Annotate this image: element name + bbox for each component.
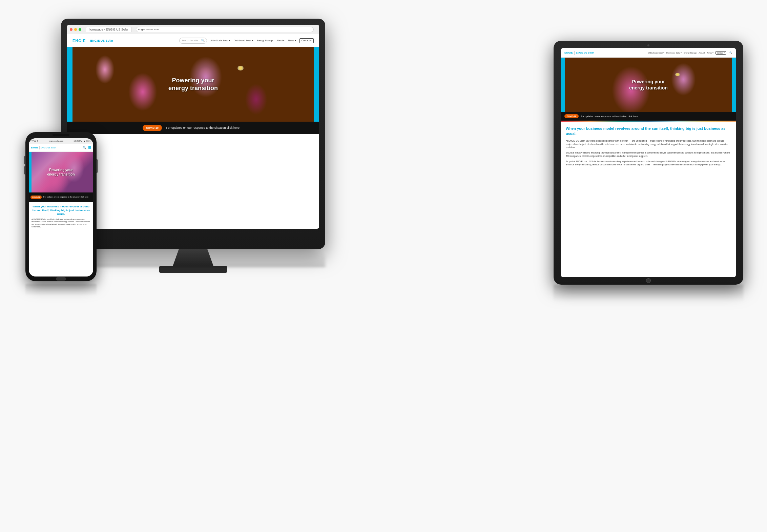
phone-covid-badge[interactable]: COVID-19	[30, 196, 42, 199]
hero-blue-bar-right	[314, 47, 319, 122]
tablet-nav-storage[interactable]: Energy Storage	[684, 52, 697, 54]
desktop-nav: Utility Scale Solar ▾ Distributed Solar …	[210, 38, 314, 43]
phone-side-button[interactable]	[96, 159, 98, 173]
phone-screen: TFW ▼ engieussolar.com 12:25 PM ▲ 83% EN…	[29, 138, 93, 277]
tablet-reflection	[554, 285, 743, 302]
tablet-covid-badge[interactable]: COVID-19	[564, 114, 579, 118]
hero-blue-bar-left	[67, 47, 72, 122]
nav-item-contact[interactable]: Contact ▾	[299, 38, 314, 43]
phone-frame: TFW ▼ engieussolar.com 12:25 PM ▲ 83% EN…	[25, 132, 97, 281]
monitor-reflection	[61, 251, 325, 267]
tablet-header: ENGiE ENGIE US Solar Utility Scale Solar…	[561, 48, 736, 58]
tablet-bee	[675, 73, 680, 76]
phone-battery: 83%	[86, 140, 90, 142]
nav-item-utility[interactable]: Utility Scale Solar ▾	[210, 39, 230, 42]
bee-decoration	[237, 66, 244, 70]
desktop-hero-text: Powering your energy transition	[168, 77, 218, 93]
tablet-logo-area: ENGiE ENGIE US Solar	[564, 51, 594, 55]
tablet-covid-message: For updates on our response to the situa…	[581, 115, 638, 118]
tablet-headline: When your business model revolves around…	[566, 126, 731, 137]
browser-chrome: homepage - ENGIE US Solar engieussolar.c…	[67, 25, 319, 34]
address-bar[interactable]: engieussolar.com	[136, 27, 314, 32]
search-icon: 🔍	[201, 39, 205, 42]
phone-hero: Powering your energy transition	[29, 152, 93, 192]
tablet-nav-news[interactable]: News ▾	[707, 52, 713, 54]
phone-logo-area: ENGiE ENGIE US Solar	[31, 146, 56, 149]
nav-item-news[interactable]: News ▾	[288, 39, 296, 42]
phone-covid-message: For updates on our response to the situa…	[43, 196, 88, 198]
phone-time: 12:25 PM	[74, 140, 82, 142]
phone-menu-icon[interactable]: ☰	[88, 146, 91, 149]
desktop-logo-area: ENGiE ENGIE US Solar	[72, 38, 113, 43]
desktop-hero: Powering your energy transition	[67, 47, 319, 122]
phone-headline: When your business model revolves around…	[32, 205, 90, 216]
nav-item-storage[interactable]: Energy Storage	[257, 39, 273, 42]
tablet-nav-about[interactable]: About ▾	[699, 52, 705, 54]
tablet-nav-contact[interactable]: Contact ▾	[716, 51, 726, 55]
phone-hero-text: Powering your energy transition	[47, 168, 75, 177]
phone-home-button[interactable]	[56, 277, 66, 281]
phone-status-right: 12:25 PM ▲ 83%	[74, 140, 90, 142]
phone: TFW ▼ engieussolar.com 12:25 PM ▲ 83% EN…	[25, 132, 97, 281]
tablet-covid-banner[interactable]: COVID-19 For updates on our response to …	[561, 112, 736, 121]
tablet-nav-distributed[interactable]: Distributed Solar ▾	[666, 52, 682, 54]
tablet-body-2: ENGIE's industry-leading financing, tech…	[566, 151, 731, 158]
tablet-home-button[interactable]	[646, 278, 651, 283]
phone-vol-down[interactable]	[24, 166, 26, 175]
tablet-engie-logo: ENGiE	[564, 51, 573, 54]
phone-site-name: ENGIE US Solar	[41, 147, 56, 149]
tablet-frame: ENGiE ENGIE US Solar Utility Scale Solar…	[554, 41, 743, 285]
desktop-covid-badge[interactable]: COVID-19	[143, 125, 162, 131]
phone-engie-logo: ENGiE	[31, 146, 38, 149]
desktop-covid-banner[interactable]: COVID-19 For updates on our response to …	[67, 122, 319, 134]
nav-item-about[interactable]: About ▾	[276, 39, 285, 42]
phone-header: ENGiE ENGIE US Solar 🔍 ☰	[29, 144, 93, 152]
phone-logo-divider	[39, 146, 40, 149]
apple-logo	[190, 238, 196, 244]
desktop-engie-logo: ENGiE	[72, 39, 86, 43]
scene: homepage - ENGIE US Solar engieussolar.c…	[0, 0, 767, 532]
tablet-nav-utility[interactable]: Utility Scale Solar ▾	[648, 52, 664, 54]
tablet-hero-bar-right	[732, 58, 736, 112]
tablet-hero: Powering your energy transition	[561, 58, 736, 112]
phone-status-bar: TFW ▼ engieussolar.com 12:25 PM ▲ 83%	[29, 138, 93, 144]
phone-carrier: TFW ▼	[32, 140, 39, 142]
nav-item-distributed[interactable]: Distributed Solar ▾	[234, 39, 253, 42]
tablet-body-3: As part of ENGIE, our US Solar business …	[566, 160, 731, 167]
desktop-site-name: ENGIE US Solar	[90, 39, 113, 42]
tablet-content: When your business model revolves around…	[561, 122, 736, 172]
tablet-body-1: At ENGIE US Solar, you'll find a dedicat…	[566, 139, 731, 149]
desktop-search[interactable]: Search this site... 🔍	[179, 38, 207, 44]
phone-covid-banner[interactable]: COVID-19 For updates on our response to …	[29, 192, 93, 202]
phone-hero-bar	[29, 152, 32, 192]
phone-search-icon[interactable]: 🔍	[83, 146, 86, 149]
monitor: homepage - ENGIE US Solar engieussolar.c…	[61, 19, 325, 249]
desktop-logo-divider	[88, 38, 88, 43]
monitor-frame: homepage - ENGIE US Solar engieussolar.c…	[61, 19, 325, 249]
tablet-logo-divider	[574, 51, 575, 55]
tablet-hero-bar-left	[561, 58, 565, 112]
tablet: ENGiE ENGIE US Solar Utility Scale Solar…	[554, 41, 743, 285]
desktop-header-right: Search this site... 🔍 Utility Scale Sola…	[179, 38, 314, 44]
traffic-light-red[interactable]	[70, 28, 72, 31]
phone-header-icons: 🔍 ☰	[83, 146, 91, 149]
phone-vol-up[interactable]	[24, 156, 26, 164]
phone-url: engieussolar.com	[49, 140, 63, 142]
phone-reflection	[25, 284, 97, 296]
tablet-hero-text: Powering your energy transition	[629, 79, 668, 91]
tablet-nav: Utility Scale Solar ▾ Distributed Solar …	[648, 51, 732, 55]
phone-notch	[53, 134, 69, 136]
tablet-camera	[647, 44, 649, 46]
desktop-website-header: ENGiE ENGIE US Solar Search this site...…	[67, 34, 319, 47]
tablet-screen: ENGiE ENGIE US Solar Utility Scale Solar…	[561, 48, 736, 277]
traffic-light-yellow[interactable]	[74, 28, 77, 31]
traffic-light-green[interactable]	[79, 28, 81, 31]
phone-content: When your business model revolves around…	[29, 202, 93, 231]
desktop-covid-message: For updates on our response to the situa…	[162, 126, 244, 129]
phone-body: At ENGIE US Solar, you'll find a dedicat…	[32, 218, 90, 228]
tablet-search[interactable]: 🔍	[729, 52, 732, 54]
browser-tab[interactable]: homepage - ENGIE US Solar	[86, 27, 131, 32]
monitor-screen: homepage - ENGIE US Solar engieussolar.c…	[67, 25, 319, 229]
tablet-site-name: ENGIE US Solar	[576, 52, 594, 54]
phone-wifi: ▲	[83, 140, 85, 142]
